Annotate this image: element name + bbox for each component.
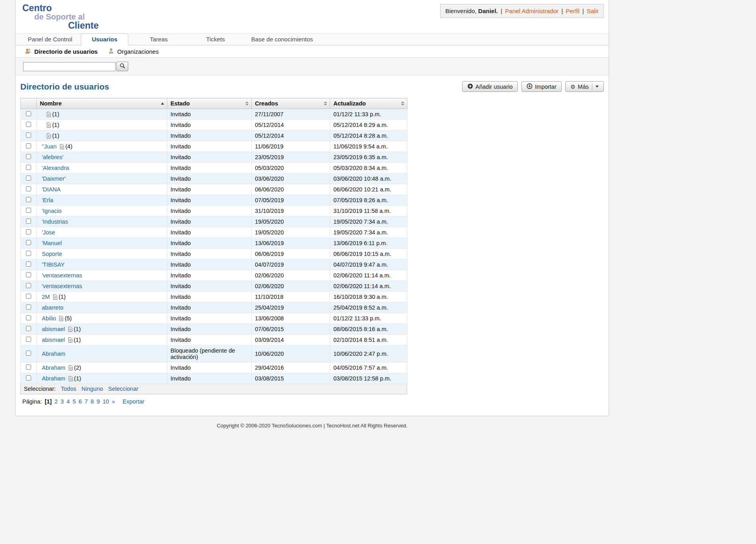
user-name-link[interactable]: Abraham — [42, 375, 65, 382]
row-checkbox[interactable] — [26, 337, 31, 342]
user-name-link[interactable]: abarreto — [42, 304, 63, 311]
doc-count[interactable]: (2) — [69, 365, 81, 371]
creados-cell: 11/10/2018 — [252, 292, 330, 302]
page-link[interactable]: 7 — [84, 398, 88, 405]
page-link[interactable]: » — [112, 398, 115, 405]
pagination-label: Página: — [22, 398, 42, 405]
page-link[interactable]: 3 — [61, 398, 64, 405]
import-button[interactable]: Importar — [521, 81, 562, 92]
user-name-link[interactable]: 'ventasexternas — [42, 283, 82, 289]
row-checkbox[interactable] — [26, 133, 31, 138]
admin-panel-link[interactable]: Panel Administrador — [505, 8, 558, 14]
doc-count[interactable]: (1) — [47, 111, 59, 117]
doc-count[interactable]: (1) — [53, 294, 66, 300]
row-checkbox[interactable] — [26, 143, 31, 148]
row-checkbox[interactable] — [26, 326, 31, 331]
add-user-button[interactable]: Añadir usuario — [462, 81, 518, 92]
user-name-link[interactable]: Soporte — [42, 251, 62, 257]
estado-cell: Invitado — [167, 292, 252, 302]
doc-count[interactable]: (1) — [47, 133, 59, 139]
user-name-link[interactable]: 'Ignacio — [42, 208, 62, 214]
actualizado-cell: 08/06/2015 8:16 a.m. — [330, 324, 407, 335]
user-name-link[interactable]: ''Juan — [42, 143, 57, 150]
row-checkbox[interactable] — [26, 304, 31, 310]
user-name-link[interactable]: Abraham — [42, 351, 65, 357]
page-link[interactable]: 8 — [90, 398, 94, 405]
row-checkbox[interactable] — [26, 283, 31, 288]
user-name-link[interactable]: 'afebres' — [42, 154, 63, 160]
select-none-link[interactable]: Ninguno — [82, 386, 103, 392]
row-checkbox[interactable] — [26, 218, 31, 224]
row-checkbox[interactable] — [26, 111, 31, 116]
export-link[interactable]: Exportar — [123, 398, 145, 405]
doc-count[interactable]: (1) — [68, 326, 81, 332]
doc-count[interactable]: (1) — [69, 375, 81, 382]
search-input[interactable] — [23, 62, 116, 71]
user-name-link[interactable]: 'Jose — [42, 229, 55, 236]
row-checkbox[interactable] — [26, 175, 31, 181]
column-header-creados[interactable]: Creados — [252, 98, 330, 109]
user-name-link[interactable]: abismael — [42, 337, 65, 343]
doc-count[interactable]: (4) — [60, 143, 72, 150]
select-all-link[interactable]: Todos — [61, 386, 76, 392]
select-toggle-link[interactable]: Seleccionar — [108, 386, 139, 392]
row-checkbox[interactable] — [26, 365, 31, 370]
row-checkbox[interactable] — [26, 197, 31, 202]
doc-count[interactable]: (1) — [68, 337, 81, 343]
user-name-link[interactable]: 'DIANA — [42, 186, 61, 193]
row-checkbox[interactable] — [26, 251, 31, 256]
user-name-link[interactable]: 'TIBISAY — [42, 261, 65, 268]
user-name-link[interactable]: 'Daixmer' — [42, 175, 66, 182]
row-checkbox[interactable] — [26, 272, 31, 277]
column-header-estado[interactable]: Estado — [167, 98, 252, 109]
search-button[interactable] — [116, 62, 128, 71]
user-name-link[interactable]: 'ventasexternas — [42, 272, 82, 279]
column-header-nombre[interactable]: Nombre — [37, 98, 167, 109]
user-name-link[interactable]: 'Industrias — [42, 218, 68, 225]
subnav-item-directorio-de-usuarios[interactable]: Directorio de usuarios — [25, 48, 98, 55]
page-link[interactable]: 4 — [67, 398, 70, 405]
row-checkbox[interactable] — [26, 122, 31, 127]
row-checkbox[interactable] — [26, 240, 31, 245]
row-checkbox[interactable] — [26, 315, 31, 320]
page-link[interactable]: 10 — [103, 398, 109, 405]
logout-link[interactable]: Salir — [587, 8, 599, 14]
user-name-link[interactable]: 'Erla — [42, 197, 53, 203]
doc-count[interactable]: (1) — [47, 122, 59, 128]
row-checkbox[interactable] — [26, 154, 31, 159]
row-checkbox[interactable] — [26, 208, 31, 213]
page-link[interactable]: 9 — [96, 398, 100, 405]
user-name-link[interactable]: 2M — [42, 294, 50, 300]
row-checkbox[interactable] — [26, 229, 31, 234]
row-checkbox[interactable] — [26, 375, 31, 380]
column-header-actualizado[interactable]: Actualizado — [330, 98, 407, 109]
page-link[interactable]: 6 — [78, 398, 82, 405]
doc-count[interactable]: (5) — [59, 315, 72, 322]
checkbox-cell — [21, 206, 37, 216]
user-name-link[interactable]: abismael — [42, 326, 65, 332]
more-button[interactable]: ⚙ Más — [565, 81, 604, 92]
checkbox-cell — [21, 109, 37, 120]
row-checkbox[interactable] — [26, 261, 31, 267]
subnav-item-organizaciones[interactable]: Organizaciones — [108, 48, 159, 55]
content-window: Centro de Soporte al Cliente Bienvenido,… — [15, 0, 609, 416]
tab-tareas[interactable]: Tareas — [133, 34, 185, 45]
row-checkbox[interactable] — [26, 165, 31, 170]
profile-link[interactable]: Perfil — [566, 8, 580, 14]
user-name-link[interactable]: Abraham — [42, 365, 65, 371]
tab-usuarios[interactable]: Usuarios — [81, 33, 128, 45]
tab-base-de-conocimientos[interactable]: Base de conocimientos — [246, 34, 318, 45]
user-name-link[interactable]: 'Alexandra — [42, 165, 69, 171]
tab-panel-de-control[interactable]: Panel de Control — [24, 34, 76, 45]
row-checkbox[interactable] — [26, 186, 31, 191]
tab-tickets[interactable]: Tickets — [189, 34, 242, 45]
table-row: 'Ignacio Invitado 31/10/2019 31/10/2019 … — [21, 206, 407, 216]
row-checkbox[interactable] — [26, 351, 31, 356]
doc-count-label: (1) — [74, 375, 81, 382]
user-name-link[interactable]: 'Manuel — [42, 240, 62, 246]
user-name-link[interactable]: Abilio — [42, 315, 56, 322]
table-row: (1) Invitado 27/11/2007 01/12/2 11:33 p.… — [21, 109, 407, 120]
row-checkbox[interactable] — [26, 294, 31, 299]
page-link[interactable]: 5 — [72, 398, 76, 405]
page-link[interactable]: 2 — [55, 398, 58, 405]
